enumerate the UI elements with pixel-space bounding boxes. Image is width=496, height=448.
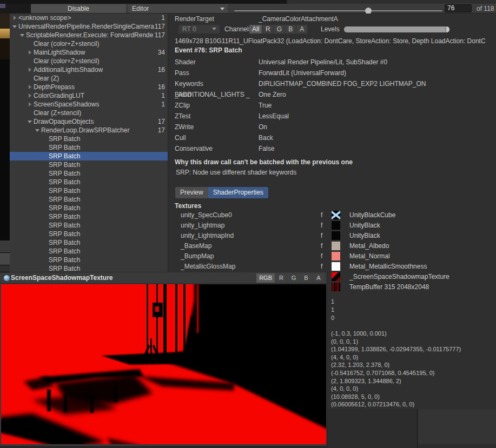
texture-row[interactable]: unity_LightmapInd f UnityBlack	[168, 231, 496, 241]
tree-row[interactable]: SRP Batch	[10, 247, 168, 256]
foldout-collapsed-icon[interactable]	[27, 93, 34, 98]
tree-row[interactable]: SRP Batch	[10, 143, 168, 152]
foldout-expanded-icon[interactable]	[35, 128, 41, 133]
tree-row[interactable]: <unknown scope> 1	[10, 14, 168, 22]
shader-state-value: On	[259, 123, 267, 131]
tree-row[interactable]: AdditionalLightsShadow 16	[10, 65, 168, 74]
tree-row[interactable]: Clear (Z+stencil)	[10, 109, 168, 117]
tree-row[interactable]: DrawOpaqueObjects 17	[10, 117, 168, 126]
texture-flag: f	[321, 252, 322, 260]
foldout-spacer	[42, 179, 49, 185]
texture-thumbnail[interactable]	[332, 231, 340, 240]
foldout-spacer	[42, 136, 49, 142]
rt-index-label: RT 0	[182, 25, 196, 33]
foldout-collapsed-icon[interactable]	[27, 50, 34, 55]
tree-row[interactable]: SRP Batch	[10, 204, 168, 212]
channel-button-all[interactable]: All	[249, 25, 262, 34]
tree-row[interactable]: Clear (color+Z+stencil)	[10, 39, 168, 48]
tree-row-count: 1	[161, 92, 168, 99]
tree-row[interactable]: DepthPrepass 16	[10, 83, 168, 91]
channel-button-b[interactable]: B	[300, 273, 312, 283]
foldout-collapsed-icon[interactable]	[27, 84, 34, 90]
texture-thumbnail[interactable]	[332, 283, 340, 291]
tree-row[interactable]: ScriptableRenderer.Execute: ForwardRende…	[10, 31, 168, 39]
tree-row[interactable]: SRP Batch	[10, 230, 168, 238]
tree-row[interactable]: SRP Batch	[10, 264, 168, 272]
tree-row[interactable]: ScreenSpaceShadows 1	[10, 100, 168, 109]
texture-thumbnail[interactable]	[332, 262, 340, 271]
tree-row[interactable]: RenderLoop.DrawSRPBatcher 17	[10, 126, 168, 135]
texture-property-name: _MetallicGlossMap	[181, 263, 235, 270]
foldout-expanded-icon[interactable]	[27, 119, 34, 124]
tree-row[interactable]: Clear (color+Z+stencil)	[10, 57, 168, 65]
shadowmap-preview-image	[1, 284, 326, 444]
channel-button-rgb[interactable]: RGB	[256, 273, 275, 283]
tree-row[interactable]: SRP Batch	[10, 238, 168, 247]
foldout-expanded-icon[interactable]	[19, 32, 26, 38]
tree-row-count: 17	[158, 118, 168, 125]
event-tree: <unknown scope> 1 UniversalRenderPipelin…	[10, 14, 168, 272]
texture-row[interactable]: _BumpMap f Metal_Normal	[168, 251, 496, 262]
tree-row[interactable]: SRP Batch	[10, 256, 168, 264]
levels-slider[interactable]	[344, 26, 449, 32]
frame-slider-track[interactable]	[234, 10, 442, 11]
tree-row[interactable]: SRP Batch	[10, 152, 168, 161]
dropdown-arrow-icon	[220, 8, 224, 10]
tree-row-label: Clear (Z)	[34, 75, 165, 82]
rt-index-dropdown[interactable]: RT 0	[178, 25, 220, 34]
tree-row[interactable]: SRP Batch	[10, 186, 168, 195]
texture-row[interactable]: unity_Lightmap f UnityBlack	[168, 220, 496, 231]
vector-value: (10.08928, 5, 0, 0)	[331, 393, 461, 402]
target-selection-dropdown[interactable]: Editor	[128, 4, 228, 13]
channels-label: Channels	[224, 25, 252, 33]
texture-thumbnail[interactable]	[332, 242, 340, 250]
tree-row[interactable]: SRP Batch	[10, 135, 168, 143]
tree-row[interactable]: SRP Batch	[10, 221, 168, 230]
texture-thumbnail[interactable]	[332, 272, 340, 281]
texture-row[interactable]: unity_SpecCube0 f UnityBlackCube	[168, 210, 496, 220]
tree-row-count: 117	[155, 23, 168, 30]
tree-row-label: AdditionalLightsShadow	[34, 66, 158, 73]
tree-row[interactable]: SRP Batch	[10, 161, 168, 169]
tab-shader-properties[interactable]: ShaderProperties	[208, 187, 268, 198]
levels-slider-handle[interactable]	[446, 26, 449, 32]
texture-thumbnail[interactable]	[332, 211, 340, 219]
tree-row-label: SRP Batch	[49, 204, 165, 212]
channel-button-a[interactable]: A	[313, 273, 325, 283]
channel-button-b[interactable]: B	[285, 25, 296, 34]
preview-window-titlebar[interactable]: ScreenSpaceShadowmapTexture RGBRGBA	[0, 272, 327, 284]
shader-state-row: CullBack	[175, 132, 496, 143]
texture-thumbnail[interactable]	[332, 221, 340, 230]
foldout-collapsed-icon[interactable]	[27, 67, 34, 72]
texture-thumbnail[interactable]	[332, 252, 340, 260]
tree-row[interactable]: SRP Batch	[10, 212, 168, 221]
channel-button-r[interactable]: R	[262, 25, 273, 34]
tree-row-count: 1	[161, 101, 168, 108]
foldout-collapsed-icon[interactable]	[12, 15, 18, 21]
tree-row[interactable]: SRP Batch	[10, 195, 168, 204]
tree-row[interactable]: UniversalRenderPipeline.RenderSingleCame…	[10, 22, 168, 31]
foldout-expanded-icon[interactable]	[12, 24, 18, 29]
tree-row-count: 34	[158, 49, 168, 56]
channel-button-a[interactable]: A	[296, 25, 307, 34]
texture-row[interactable]: _BaseMap f Metal_Albedo	[168, 241, 496, 251]
foldout-spacer	[42, 240, 49, 245]
texture-row[interactable]: _MetallicGlossMap f Metal_MetallicSmooth…	[168, 262, 496, 272]
tree-row[interactable]: SRP Batch	[10, 169, 168, 178]
tree-row[interactable]: Clear (Z)	[10, 74, 168, 83]
channel-button-g[interactable]: G	[288, 273, 300, 283]
tree-row[interactable]: MainLightShadow 34	[10, 48, 168, 57]
tree-row-label: ColorGradingLUT	[34, 92, 161, 99]
channel-button-g[interactable]: G	[274, 25, 285, 34]
background-window-fragment	[0, 4, 5, 8]
frame-number-input[interactable]: 76	[445, 4, 472, 12]
tree-row-label: SRP Batch	[49, 178, 165, 186]
foldout-collapsed-icon[interactable]	[27, 102, 34, 107]
texture-property-name: unity_LightmapInd	[181, 232, 234, 239]
foldout-spacer	[42, 188, 49, 193]
tree-row[interactable]: SRP Batch	[10, 178, 168, 186]
tree-row[interactable]: ColorGradingLUT 1	[10, 91, 168, 100]
disable-button[interactable]: Disable	[31, 4, 126, 13]
tab-preview[interactable]: Preview	[175, 187, 208, 198]
channel-button-r[interactable]: R	[275, 273, 287, 283]
